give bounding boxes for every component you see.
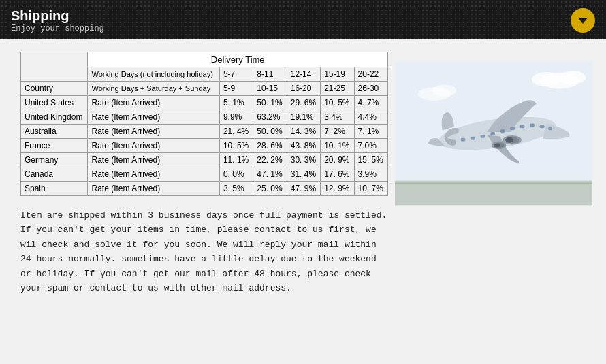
table-row: United States Rate (Item Arrived) 5. 1% … — [21, 96, 388, 110]
rate-val2: 25. 0% — [253, 182, 287, 196]
rate-val1: 21. 4% — [219, 125, 253, 139]
header-text: Shipping Enjoy your shopping — [11, 8, 104, 33]
rate-val2: 63.2% — [253, 110, 287, 125]
rate-val2: 47. 1% — [253, 167, 287, 182]
svg-marker-0 — [578, 18, 588, 24]
svg-point-6 — [432, 84, 456, 96]
col-range4: 15-19 — [321, 67, 354, 82]
svg-rect-15 — [481, 135, 485, 138]
rate-val1: 9.9% — [219, 110, 253, 125]
country-name: Australia — [21, 125, 88, 139]
rate-val3: 47. 9% — [287, 182, 320, 196]
svg-rect-24 — [395, 183, 592, 206]
rate-val1: 11. 1% — [219, 153, 253, 167]
svg-point-4 — [532, 72, 561, 86]
page-title: Shipping — [11, 8, 104, 24]
rate-val2: 22. 2% — [253, 153, 287, 167]
left-section: Delivery Time Working Days (not includin… — [20, 52, 388, 357]
svg-rect-17 — [461, 138, 466, 142]
col-range8: 16-20 — [287, 82, 320, 96]
country-name: United States — [21, 96, 88, 110]
svg-rect-9 — [520, 125, 525, 128]
table-row: Spain Rate (Item Arrived) 3. 5% 25. 0% 4… — [21, 182, 388, 196]
col-range2: 8-11 — [253, 67, 287, 82]
rate-val5: 7.0% — [354, 139, 387, 153]
table-row: Germany Rate (Item Arrived) 11. 1% 22. 2… — [21, 153, 388, 167]
col-range3: 12-14 — [287, 67, 320, 82]
country-name: United Kingdom — [21, 110, 88, 125]
rate-type: Rate (Item Arrived) — [88, 125, 219, 139]
rate-val3: 19.1% — [287, 110, 320, 125]
rate-val2: 28. 6% — [253, 139, 287, 153]
rate-val2: 50. 0% — [253, 125, 287, 139]
country-name: Canada — [21, 167, 88, 182]
rate-val2: 50. 1% — [253, 96, 287, 110]
rate-val4: 17. 6% — [321, 167, 354, 182]
rate-val5: 4.4% — [354, 110, 387, 125]
table-row: Australia Rate (Item Arrived) 21. 4% 50.… — [21, 125, 388, 139]
rate-val4: 7. 2% — [321, 125, 354, 139]
svg-point-3 — [560, 71, 586, 84]
col-range5: 20-22 — [354, 67, 387, 82]
rate-val1: 5. 1% — [219, 96, 253, 110]
rate-type: Rate (Item Arrived) — [88, 96, 219, 110]
rate-val3: 29. 6% — [287, 96, 320, 110]
col-working-days-sat: Working Days + Saturday + Sunday — [88, 82, 219, 96]
shipping-table: Delivery Time Working Days (not includin… — [20, 52, 388, 196]
rate-type: Rate (Item Arrived) — [88, 182, 219, 196]
svg-point-20 — [505, 137, 513, 143]
rate-val5: 4. 7% — [354, 96, 387, 110]
rate-val1: 10. 5% — [219, 139, 253, 153]
col-range9: 21-25 — [321, 82, 354, 96]
delivery-time-header: Delivery Time — [88, 52, 388, 67]
rate-val4: 12. 9% — [321, 182, 354, 196]
rate-val4: 20. 9% — [321, 153, 354, 167]
header-subtitle: Enjoy your shopping — [11, 24, 104, 33]
chevron-down-icon — [577, 14, 589, 27]
right-section — [395, 52, 592, 357]
rate-type: Rate (Item Arrived) — [88, 167, 219, 182]
country-name: Germany — [21, 153, 88, 167]
col-range6: 5-9 — [219, 82, 253, 96]
rate-type: Rate (Item Arrived) — [88, 110, 219, 125]
rate-val3: 14. 3% — [287, 125, 320, 139]
table-row: France Rate (Item Arrived) 10. 5% 28. 6%… — [21, 139, 388, 153]
table-row: Canada Rate (Item Arrived) 0. 0% 47. 1% … — [21, 167, 388, 182]
svg-rect-25 — [395, 181, 592, 184]
svg-rect-11 — [540, 125, 545, 128]
header: Shipping Enjoy your shopping — [0, 0, 606, 39]
rate-val4: 10. 5% — [321, 96, 354, 110]
rate-type: Rate (Item Arrived) — [88, 139, 219, 153]
col-range7: 10-15 — [253, 82, 287, 96]
table-row: United Kingdom Rate (Item Arrived) 9.9% … — [21, 110, 388, 125]
rate-type: Rate (Item Arrived) — [88, 153, 219, 167]
rate-val3: 30. 3% — [287, 153, 320, 167]
country-name: Spain — [21, 182, 88, 196]
plane-image — [395, 59, 592, 208]
rate-val5: 7. 1% — [354, 125, 387, 139]
svg-rect-13 — [500, 129, 505, 133]
svg-rect-10 — [530, 124, 535, 127]
rate-val5: 10. 7% — [354, 182, 387, 196]
airplane-illustration — [395, 59, 592, 208]
col-range10: 26-30 — [354, 82, 387, 96]
svg-point-23 — [494, 144, 500, 148]
rate-val3: 43. 8% — [287, 139, 320, 153]
rate-val3: 31. 4% — [287, 167, 320, 182]
main-content: Delivery Time Working Days (not includin… — [0, 39, 606, 364]
svg-rect-8 — [510, 127, 515, 130]
col-range1: 5-7 — [219, 67, 253, 82]
country-label: Country — [21, 82, 88, 96]
country-header — [21, 52, 88, 82]
rate-val5: 3.9% — [354, 167, 387, 182]
rate-val5: 15. 5% — [354, 153, 387, 167]
svg-rect-16 — [471, 137, 475, 140]
rate-val1: 0. 0% — [219, 167, 253, 182]
col-working-days: Working Days (not including holiday) — [88, 67, 219, 82]
dropdown-icon[interactable] — [571, 8, 595, 33]
rate-val4: 10. 1% — [321, 139, 354, 153]
svg-rect-12 — [548, 127, 552, 130]
country-name: France — [21, 139, 88, 153]
shipping-description: Item are shipped within 3 business days … — [20, 208, 388, 296]
rate-val1: 3. 5% — [219, 182, 253, 196]
